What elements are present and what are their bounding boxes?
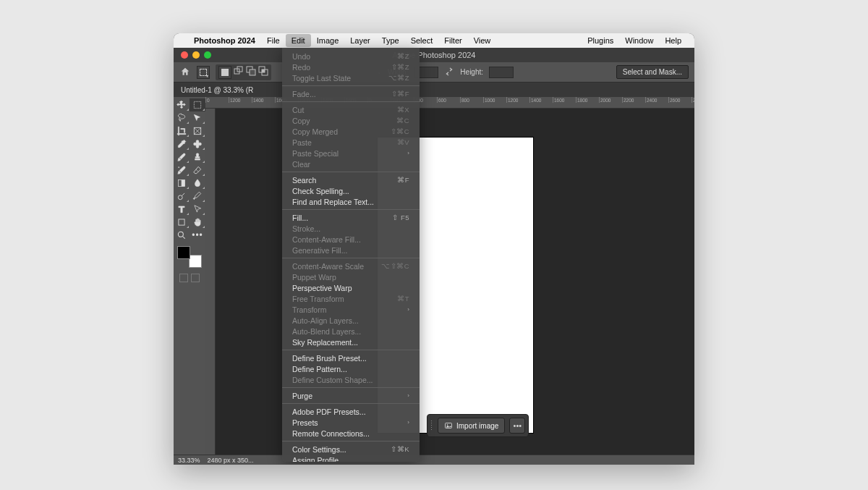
menu-item-purge[interactable]: Purge› (282, 390, 420, 401)
menu-filter[interactable]: Filter (438, 34, 467, 47)
marquee-tool-indicator[interactable]: ▾ (197, 66, 210, 79)
document-dimensions: 2480 px x 350... (208, 457, 254, 464)
stamp-tool[interactable] (190, 151, 205, 164)
menu-image[interactable]: Image (311, 34, 345, 47)
close-window-icon[interactable] (181, 51, 188, 59)
hand-tool[interactable] (190, 216, 205, 229)
menu-item-auto-align-layers: Auto-Align Layers... (282, 315, 420, 326)
height-field[interactable] (489, 67, 514, 78)
frame-tool[interactable] (190, 124, 205, 138)
move-tool[interactable] (174, 98, 190, 111)
background-swatch[interactable] (189, 255, 202, 268)
blur-tool[interactable] (190, 177, 205, 190)
menu-select[interactable]: Select (405, 34, 439, 47)
menu-item-define-pattern[interactable]: Define Pattern... (282, 363, 420, 374)
history-brush-tool[interactable] (174, 164, 190, 177)
pen-tool[interactable] (190, 190, 205, 203)
menu-app[interactable]: Photoshop 2024 (188, 34, 261, 47)
more-options-button[interactable]: ••• (509, 418, 525, 434)
menu-item-define-brush-preset[interactable]: Define Brush Preset... (282, 352, 420, 363)
menu-item-redo: Redo⇧⌘Z (282, 62, 420, 72)
menu-item-paste-special: Paste Special› (282, 148, 420, 159)
contextual-task-bar[interactable]: Import image ••• (427, 414, 529, 437)
gradient-tool[interactable] (174, 177, 190, 190)
menu-item-fade: Fade...⇧⌘F (282, 88, 420, 99)
maximize-window-icon[interactable] (204, 51, 211, 59)
edit-toolbar[interactable]: ••• (190, 229, 205, 242)
menu-edit[interactable]: Edit (286, 34, 311, 47)
brush-tool[interactable] (174, 151, 190, 164)
menu-item-stroke: Stroke... (282, 223, 420, 234)
menu-item-assign-profile[interactable]: Assign Profile... (282, 455, 420, 462)
type-tool[interactable] (174, 203, 190, 216)
selection-mode-group (216, 64, 271, 80)
crop-tool[interactable] (174, 124, 190, 138)
vertical-ruler (205, 109, 216, 455)
menu-item-remote-connections[interactable]: Remote Connections... (282, 428, 420, 439)
chevron-right-icon: › (407, 419, 409, 426)
options-bar: ▾ ⌄ Width: Height: Select and Mask... (174, 62, 694, 83)
svg-rect-3 (250, 69, 255, 75)
foreground-swatch[interactable] (177, 246, 190, 259)
swap-wh-icon[interactable] (444, 67, 454, 78)
eyedropper-tool[interactable] (174, 138, 190, 151)
new-selection-icon[interactable] (218, 66, 231, 79)
menu-item-undo: Undo⌘Z (282, 51, 420, 62)
menu-item-check-spelling[interactable]: Check Spelling... (282, 185, 420, 196)
svg-rect-12 (178, 179, 182, 186)
editor-area: ••• 012001400160012001400160002004006008… (174, 97, 694, 455)
edit-menu-dropdown: Undo⌘ZRedo⇧⌘ZToggle Last State⌥⌘ZFade...… (282, 48, 420, 462)
quickmask-icon[interactable] (191, 274, 200, 282)
select-and-mask-button[interactable]: Select and Mask... (616, 65, 689, 79)
menubar: Photoshop 2024 File Edit Image Layer Typ… (174, 33, 694, 48)
zoom-tool[interactable] (174, 229, 190, 242)
menu-file[interactable]: File (261, 34, 286, 47)
lasso-tool[interactable] (174, 111, 190, 124)
menu-view[interactable]: View (468, 34, 497, 47)
menu-item-toggle-last-state: Toggle Last State⌥⌘Z (282, 72, 420, 83)
chevron-right-icon: › (407, 392, 409, 399)
chevron-right-icon: › (407, 306, 409, 313)
home-icon[interactable] (179, 67, 191, 78)
dodge-tool[interactable] (174, 190, 190, 203)
menu-layer[interactable]: Layer (344, 34, 376, 47)
screen-mode-icon[interactable] (179, 274, 188, 282)
path-selection-tool[interactable] (190, 203, 205, 216)
menu-item-perspective-warp[interactable]: Perspective Warp (282, 282, 420, 293)
selection-tool[interactable] (190, 111, 205, 124)
menu-item-presets[interactable]: Presets› (282, 417, 420, 428)
subtract-selection-icon[interactable] (246, 66, 256, 76)
menu-item-content-aware-scale: Content-Aware Scale⌥⇧⌘C (282, 261, 420, 271)
tools-panel: ••• (174, 97, 205, 455)
menu-item-adobe-pdf-presets[interactable]: Adobe PDF Presets... (282, 406, 420, 417)
zoom-level[interactable]: 33.33% (178, 457, 200, 464)
color-swatches[interactable] (177, 246, 202, 268)
svg-rect-7 (194, 101, 200, 108)
menu-item-copy-merged: Copy Merged⇧⌘C (282, 126, 420, 137)
intersect-selection-icon[interactable] (258, 66, 268, 76)
menu-item-puppet-warp: Puppet Warp (282, 271, 420, 282)
menu-item-find-and-replace-text[interactable]: Find and Replace Text... (282, 196, 420, 207)
svg-rect-6 (262, 69, 265, 72)
menu-item-transform: Transform› (282, 304, 420, 315)
menu-window[interactable]: Window (619, 34, 659, 47)
marquee-tool[interactable] (190, 98, 205, 111)
import-image-button[interactable]: Import image (438, 418, 505, 434)
menu-help[interactable]: Help (659, 34, 687, 47)
grip-icon[interactable] (430, 420, 433, 431)
document-tab[interactable]: Untitled-1 @ 33.3% (R (174, 83, 694, 97)
menu-item-color-settings[interactable]: Color Settings...⇧⌘K (282, 444, 420, 455)
menu-type[interactable]: Type (376, 34, 405, 47)
menu-item-sky-replacement[interactable]: Sky Replacement... (282, 337, 420, 347)
menu-item-define-custom-shape: Define Custom Shape... (282, 374, 420, 385)
minimize-window-icon[interactable] (192, 51, 200, 59)
menu-item-fill[interactable]: Fill...⇧ F5 (282, 212, 420, 223)
window-title: Adobe Photoshop 2024 (174, 51, 694, 59)
add-selection-icon[interactable] (234, 66, 244, 76)
horizontal-ruler: 0120014001600120014001600020040060080010… (205, 97, 694, 109)
menu-plugins[interactable]: Plugins (582, 34, 619, 47)
menu-item-search[interactable]: Search⌘F (282, 174, 420, 185)
shape-tool[interactable] (174, 216, 190, 229)
eraser-tool[interactable] (190, 164, 205, 177)
healing-tool[interactable] (190, 138, 205, 151)
